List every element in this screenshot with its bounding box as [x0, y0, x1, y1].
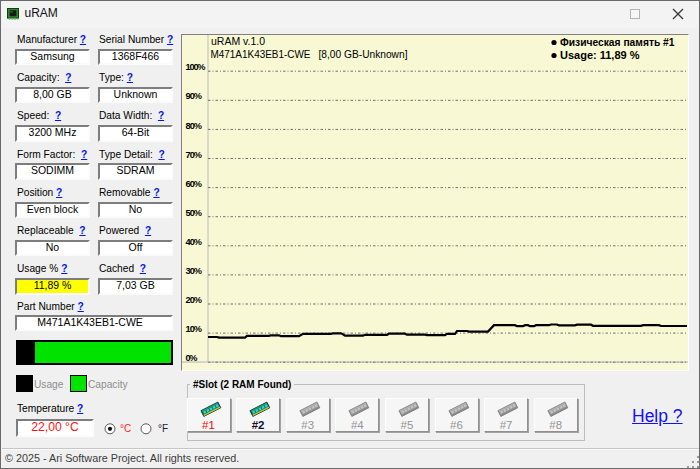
svg-text:M471A1K43EB1-CWE: M471A1K43EB1-CWE — [211, 48, 311, 60]
svg-text:80%: 80% — [186, 121, 203, 131]
svg-text:70%: 70% — [186, 150, 203, 160]
svg-text:0%: 0% — [186, 353, 198, 363]
svg-text:10%: 10% — [186, 324, 203, 334]
svg-text:50%: 50% — [186, 208, 203, 218]
svg-text:[8,00 GB-Unknown]: [8,00 GB-Unknown] — [319, 48, 408, 60]
svg-text:90%: 90% — [186, 91, 203, 101]
svg-text:20%: 20% — [186, 295, 203, 305]
svg-text:100%: 100% — [186, 62, 206, 72]
svg-text:Физическая память #1: Физическая память #1 — [560, 36, 675, 48]
svg-text:Usage: 11,89 %: Usage: 11,89 % — [560, 49, 640, 61]
svg-text:uRAM v.1.0: uRAM v.1.0 — [211, 35, 265, 47]
svg-text:30%: 30% — [186, 266, 203, 276]
svg-text:60%: 60% — [186, 179, 203, 189]
svg-text:40%: 40% — [186, 237, 203, 247]
